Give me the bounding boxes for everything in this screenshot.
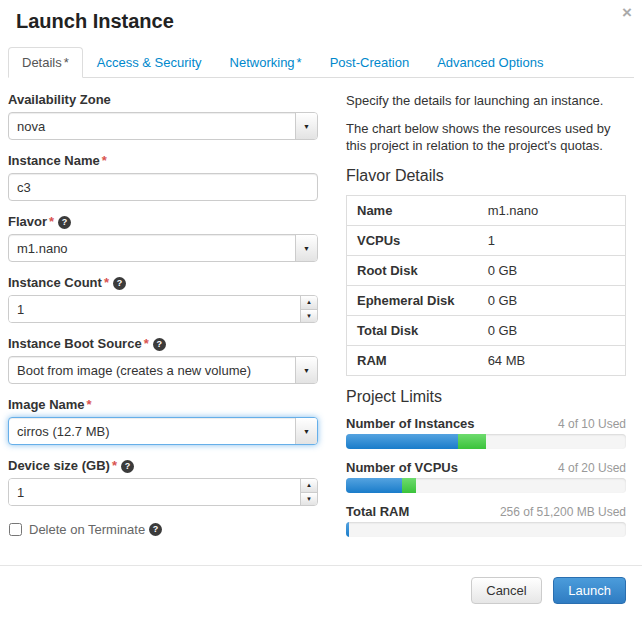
quota-usage: 4 of 20 Used xyxy=(558,461,626,475)
field-boot-source: Instance Boot Source*? Boot from image (… xyxy=(8,336,318,384)
flavor-row-label: RAM xyxy=(347,345,478,375)
tab-networking[interactable]: Networking* xyxy=(216,47,316,78)
spinner-down-icon[interactable]: ▼ xyxy=(301,310,317,323)
flavor-label: Flavor*? xyxy=(8,214,318,229)
quota-usage: 256 of 51,200 MB Used xyxy=(500,505,626,519)
device-size-input[interactable] xyxy=(9,479,300,505)
added-bar-segment xyxy=(402,478,416,493)
tab-advanced-options-label: Advanced Options xyxy=(437,55,543,70)
field-availability-zone: Availability Zone nova ▼ xyxy=(8,92,318,140)
modal-body: Availability Zone nova ▼ Instance Name* … xyxy=(0,78,642,548)
flavor-row-value: 64 MB xyxy=(478,345,626,375)
close-icon[interactable]: × xyxy=(622,4,632,21)
field-instance-count: Instance Count*? ▲ ▼ xyxy=(8,275,318,323)
image-name-label: Image Name* xyxy=(8,397,318,412)
flavor-select[interactable]: m1.nano ▼ xyxy=(8,234,318,262)
launch-instance-modal: Launch Instance × Details* Access & Secu… xyxy=(0,0,642,548)
instance-name-label: Instance Name* xyxy=(8,153,318,168)
help-icon[interactable]: ? xyxy=(153,338,166,351)
field-flavor: Flavor*? m1.nano ▼ xyxy=(8,214,318,262)
boot-source-label: Instance Boot Source*? xyxy=(8,336,318,351)
instance-count-stepper: ▲ ▼ xyxy=(8,295,318,323)
instances-progress-bar xyxy=(346,434,626,449)
flavor-details-heading: Flavor Details xyxy=(346,167,626,185)
flavor-row-label: Ephemeral Disk xyxy=(347,285,478,315)
project-limits-heading: Project Limits xyxy=(346,388,626,406)
tab-bar: Details* Access & Security Networking* P… xyxy=(8,47,634,78)
availability-zone-select[interactable]: nova ▼ xyxy=(8,112,318,140)
instance-name-input[interactable] xyxy=(8,173,318,201)
flavor-details-table: Namem1.nano VCPUs1 Root Disk0 GB Ephemer… xyxy=(346,195,626,376)
tab-access-security[interactable]: Access & Security xyxy=(83,47,216,78)
delete-on-terminate-checkbox[interactable] xyxy=(9,523,22,536)
flavor-row-value: 0 GB xyxy=(478,255,626,285)
boot-source-select[interactable]: Boot from image (creates a new volume) ▼ xyxy=(8,356,318,384)
instance-count-input[interactable] xyxy=(9,296,300,322)
device-size-label: Device size (GB)*? xyxy=(8,458,318,473)
required-asterisk: * xyxy=(49,214,54,229)
field-device-size: Device size (GB)*? ▲ ▼ xyxy=(8,458,318,506)
stepper-buttons: ▲ ▼ xyxy=(300,296,317,322)
launch-button[interactable]: Launch xyxy=(553,577,626,604)
required-asterisk: * xyxy=(102,153,107,168)
field-image-name: Image Name* cirros (12.7 MB) ▼ xyxy=(8,397,318,445)
field-instance-name: Instance Name* xyxy=(8,153,318,201)
availability-zone-value: nova xyxy=(9,113,295,139)
modal-footer: Cancel Launch xyxy=(0,565,642,617)
required-asterisk: * xyxy=(297,55,302,70)
ram-progress-bar xyxy=(346,522,626,537)
tab-post-creation-label: Post-Creation xyxy=(330,55,409,70)
chevron-down-icon: ▼ xyxy=(295,235,317,261)
flavor-row-label: Root Disk xyxy=(347,255,478,285)
quota-ram: Total RAM 256 of 51,200 MB Used xyxy=(346,504,626,537)
stepper-buttons: ▲ ▼ xyxy=(300,479,317,505)
tab-advanced-options[interactable]: Advanced Options xyxy=(423,47,557,78)
flavor-value: m1.nano xyxy=(9,235,295,261)
help-icon[interactable]: ? xyxy=(149,523,162,536)
spinner-down-icon[interactable]: ▼ xyxy=(301,493,317,506)
flavor-row-value: 0 GB xyxy=(478,315,626,345)
flavor-row-value: 1 xyxy=(478,225,626,255)
spinner-up-icon[interactable]: ▲ xyxy=(301,296,317,310)
used-bar-segment xyxy=(346,478,402,493)
help-icon[interactable]: ? xyxy=(58,216,71,229)
availability-zone-label: Availability Zone xyxy=(8,92,318,107)
tab-networking-label: Networking xyxy=(230,55,295,70)
table-row: Root Disk0 GB xyxy=(347,255,626,285)
used-bar-segment xyxy=(346,522,349,537)
details-form: Availability Zone nova ▼ Instance Name* … xyxy=(8,92,318,548)
image-name-value: cirros (12.7 MB) xyxy=(9,418,295,444)
delete-on-terminate-label: Delete on Terminate xyxy=(29,522,145,537)
quota-label: Number of VCPUs xyxy=(346,460,458,475)
vcpus-progress-bar xyxy=(346,478,626,493)
page-title: Launch Instance xyxy=(16,10,174,32)
chevron-down-icon: ▼ xyxy=(295,418,317,444)
tab-details[interactable]: Details* xyxy=(8,47,83,78)
help-icon[interactable]: ? xyxy=(113,277,126,290)
modal-header: Launch Instance × xyxy=(0,0,642,37)
flavor-row-label: Name xyxy=(347,195,478,225)
cancel-button[interactable]: Cancel xyxy=(471,577,541,604)
chevron-down-icon: ▼ xyxy=(295,113,317,139)
boot-source-value: Boot from image (creates a new volume) xyxy=(9,357,295,383)
help-icon[interactable]: ? xyxy=(121,460,134,473)
tab-details-label: Details xyxy=(22,55,62,70)
quota-instances: Number of Instances 4 of 10 Used xyxy=(346,416,626,449)
quota-vcpus: Number of VCPUs 4 of 20 Used xyxy=(346,460,626,493)
flavor-row-label: VCPUs xyxy=(347,225,478,255)
quota-usage: 4 of 10 Used xyxy=(558,417,626,431)
spinner-up-icon[interactable]: ▲ xyxy=(301,479,317,493)
table-row: RAM64 MB xyxy=(347,345,626,375)
field-delete-on-terminate: Delete on Terminate ? xyxy=(8,522,318,537)
required-asterisk: * xyxy=(112,458,117,473)
instance-count-label: Instance Count*? xyxy=(8,275,318,290)
added-bar-segment xyxy=(458,434,486,449)
tab-access-security-label: Access & Security xyxy=(97,55,202,70)
device-size-stepper: ▲ ▼ xyxy=(8,478,318,506)
image-name-select[interactable]: cirros (12.7 MB) ▼ xyxy=(8,417,318,445)
tab-post-creation[interactable]: Post-Creation xyxy=(316,47,423,78)
help-text-1: Specify the details for launching an ins… xyxy=(346,92,626,110)
required-asterisk: * xyxy=(64,55,69,70)
required-asterisk: * xyxy=(104,275,109,290)
flavor-row-label: Total Disk xyxy=(347,315,478,345)
